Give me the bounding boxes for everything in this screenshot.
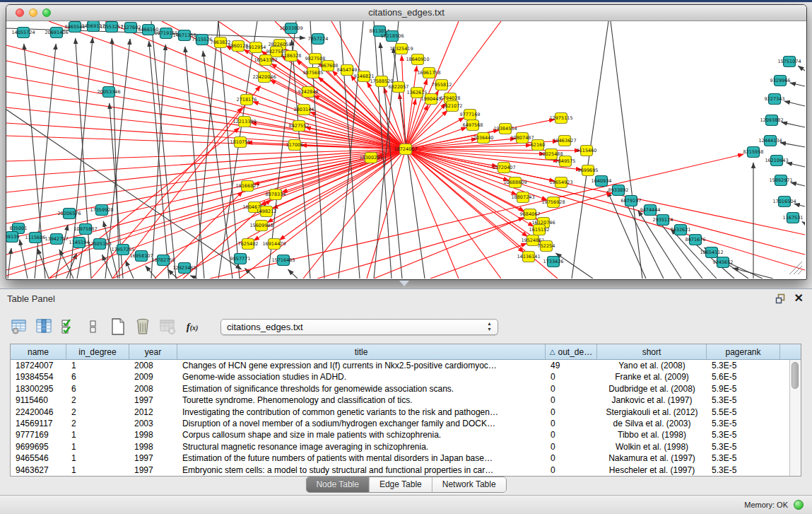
window-titlebar[interactable]: citations_edges.txt xyxy=(6,5,806,21)
table-row[interactable]: 1830029562008Estimation of significance … xyxy=(11,383,789,395)
graph-node[interactable]: 20053346 xyxy=(97,87,120,98)
close-panel-icon[interactable]: ✕ xyxy=(794,293,804,304)
function-builder-icon[interactable]: f(x) xyxy=(183,317,201,337)
table-row[interactable]: 911546021997Tourette syndrome. Phenomeno… xyxy=(11,395,789,406)
graph-node[interactable]: 2849575 xyxy=(555,156,576,167)
graph-node[interactable]: 9857771 xyxy=(230,254,251,264)
column-header-out_de[interactable]: △out_de… xyxy=(546,344,597,359)
scrollbar-thumb[interactable] xyxy=(792,362,799,389)
graph-node[interactable]: 8933892 xyxy=(608,185,629,196)
graph-node[interactable]: 19654923 xyxy=(549,177,572,188)
column-header-short[interactable]: short xyxy=(597,344,707,359)
table-row[interactable]: 1938455462009Genome-wide association stu… xyxy=(11,371,789,382)
minimize-window-button[interactable] xyxy=(29,8,37,17)
table-row[interactable]: 1456911722003Disruption of a novel membe… xyxy=(11,418,789,429)
graph-node[interactable]: 16210643 xyxy=(765,156,788,166)
graph-node[interactable]: 12444134 xyxy=(758,136,782,146)
graph-node[interactable]: 62160 xyxy=(531,140,546,151)
graph-node[interactable]: 8471676 xyxy=(686,235,706,245)
graph-node[interactable]: 1167531 xyxy=(783,213,804,223)
resize-grip-icon[interactable] xyxy=(789,262,802,274)
graph-node[interactable]: 10654112 xyxy=(700,247,723,258)
select-columns-icon[interactable] xyxy=(35,317,53,337)
graph-node[interactable]: 16914479 xyxy=(262,239,286,250)
graph-node[interactable]: 19463627 xyxy=(553,136,576,146)
graph-node[interactable]: 10688609 xyxy=(503,177,526,188)
column-header-name[interactable]: name xyxy=(11,344,66,359)
vertical-scrollbar[interactable] xyxy=(789,360,801,476)
table-row[interactable]: 1872400712008Changes of HCN gene express… xyxy=(11,360,789,371)
graph-node[interactable]: 15892971 xyxy=(769,175,792,186)
graph-node[interactable]: 6497568 xyxy=(463,120,483,131)
select-rows-icon[interactable] xyxy=(59,317,78,337)
graph-node[interactable]: 2036440 xyxy=(473,133,494,144)
graph-node[interactable]: 18640910 xyxy=(406,54,429,65)
column-header-pagerank[interactable]: pagerank xyxy=(707,344,780,359)
graph-node[interactable]: 1733426 xyxy=(543,257,564,267)
graph-node[interactable]: 8912954 xyxy=(246,42,266,53)
graph-node[interactable]: 9115460 xyxy=(577,146,597,156)
network-view-window[interactable]: citations_edges.txt 18724007 14055724 20… xyxy=(6,4,807,280)
column-header-in_degree[interactable]: in_degree xyxy=(66,344,129,359)
graph-node[interactable]: 1810755 xyxy=(230,137,251,148)
close-window-button[interactable] xyxy=(16,8,24,17)
graph-node[interactable]: 7955812 xyxy=(432,80,452,90)
graph-node[interactable]: 9699695 xyxy=(578,165,599,176)
graph-node[interactable]: 19384554 xyxy=(493,124,517,134)
graph-node[interactable]: 19756928 xyxy=(541,197,565,208)
table-row[interactable]: 2242004622012Investigating the contribut… xyxy=(11,407,789,418)
tab-edge-table[interactable]: Edge Table xyxy=(370,477,433,492)
graph-node[interactable]: 12975115 xyxy=(549,113,572,124)
graph-node[interactable]: 16782759 xyxy=(151,255,175,266)
graph-node[interactable]: 15751074 xyxy=(777,57,801,67)
graph-node[interactable]: 2935114 xyxy=(653,215,673,226)
float-panel-icon[interactable] xyxy=(775,293,786,304)
network-graph[interactable]: 18724007 14055724 20691406 9465546 14569… xyxy=(6,21,805,279)
graph-node[interactable]: 15716485 xyxy=(271,255,295,266)
graph-node[interactable]: 22420046 xyxy=(252,72,276,83)
graph-node[interactable]: 7625402 xyxy=(238,239,259,250)
table-row[interactable]: 977716911998Corpus callosum shape and si… xyxy=(11,429,789,440)
graph-node[interactable]: 117006 xyxy=(286,140,304,151)
graph-node[interactable]: 6879197 xyxy=(621,196,642,206)
graph-node[interactable]: 16961758 xyxy=(417,68,440,78)
column-header-year[interactable]: year xyxy=(129,344,177,359)
graph-node[interactable]: 9875685 xyxy=(303,68,324,78)
graph-node[interactable]: 752254 xyxy=(538,241,555,252)
table-select-dropdown[interactable]: citations_edges.txt▲▼ xyxy=(220,319,498,335)
row-height-icon[interactable] xyxy=(84,317,102,337)
graph-node[interactable]: 9329966 xyxy=(770,76,791,86)
graph-node[interactable]: 7632621 xyxy=(671,225,691,235)
graph-node[interactable]: 15609948 xyxy=(249,221,273,231)
graph-node[interactable]: 15720407 xyxy=(492,163,515,173)
graph-node[interactable]: 39139 xyxy=(6,232,19,243)
graph-node[interactable]: 9227343 xyxy=(765,94,785,105)
graph-node[interactable]: 16033809 xyxy=(279,23,302,34)
table-row[interactable]: 946362711997Embryonic stem cells: a mode… xyxy=(11,465,789,476)
graph-node[interactable]: 12325419 xyxy=(389,44,413,54)
graph-node[interactable]: 17016504 xyxy=(772,197,796,207)
graph-node[interactable]: 12923468 xyxy=(172,263,196,274)
new-document-icon[interactable] xyxy=(109,317,127,337)
table-row[interactable]: 946554611997Estimation of the future num… xyxy=(11,452,789,464)
table-row[interactable]: 969969511998Structural magnetic resonanc… xyxy=(11,441,789,452)
graph-node[interactable]: 10975887 xyxy=(73,224,97,235)
graph-node[interactable]: 13942757 xyxy=(45,234,68,245)
tab-network-table[interactable]: Network Table xyxy=(433,477,506,492)
graph-node[interactable]: 1640934 xyxy=(592,176,612,187)
column-header-title[interactable]: title xyxy=(177,344,546,359)
graph-node[interactable]: 12093882 xyxy=(760,115,783,126)
delete-icon[interactable] xyxy=(134,317,152,337)
graph-node[interactable]: 8215958 xyxy=(743,147,764,158)
table-settings-icon[interactable] xyxy=(10,317,28,337)
graph-node[interactable]: 12213399 xyxy=(233,117,256,127)
graph-node[interactable]: 10807487 xyxy=(510,133,534,144)
tab-node-table[interactable]: Node Table xyxy=(306,477,370,492)
graph-node[interactable]: 2718176 xyxy=(237,95,257,105)
zoom-window-button[interactable] xyxy=(42,8,51,17)
graph-node[interactable]: 17359928 xyxy=(90,205,113,216)
network-canvas[interactable]: 18724007 14055724 20691406 9465546 14569… xyxy=(6,21,805,279)
graph-node[interactable]: 9474444 xyxy=(640,205,661,216)
graph-node[interactable]: 19166827 xyxy=(235,181,259,192)
split-pane-collapse-handle[interactable] xyxy=(399,281,409,286)
